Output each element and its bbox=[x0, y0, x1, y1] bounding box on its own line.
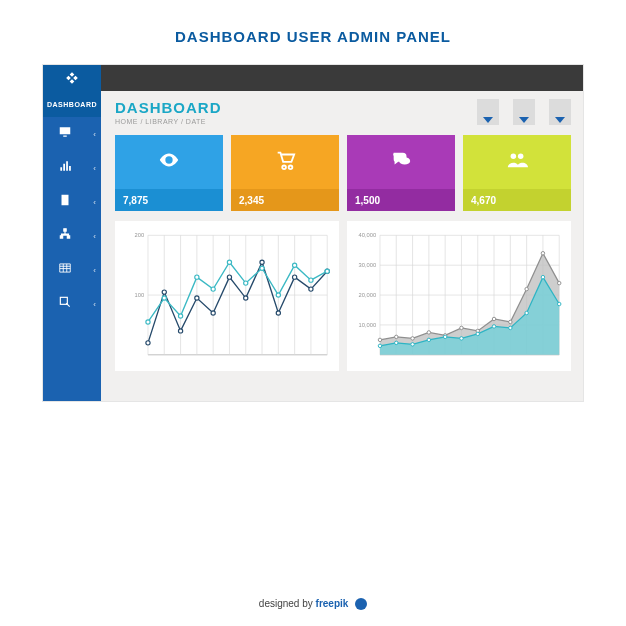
svg-point-35 bbox=[162, 296, 166, 300]
header-dropdowns bbox=[477, 99, 571, 125]
monitor-icon bbox=[57, 125, 73, 143]
stat-card-orders[interactable]: 2,345 bbox=[231, 135, 339, 211]
svg-point-3 bbox=[511, 154, 516, 160]
svg-point-32 bbox=[309, 287, 313, 291]
svg-text:40,000: 40,000 bbox=[358, 232, 376, 238]
topbar-space bbox=[101, 65, 583, 91]
svg-point-83 bbox=[443, 335, 446, 338]
stat-card-views[interactable]: 7,875 bbox=[115, 135, 223, 211]
svg-point-40 bbox=[244, 281, 248, 285]
freepik-logo-icon bbox=[355, 598, 367, 610]
credit-line: designed by freepik bbox=[0, 598, 626, 610]
svg-point-87 bbox=[509, 326, 512, 329]
svg-point-78 bbox=[557, 281, 560, 284]
chevron-left-icon: ‹ bbox=[93, 232, 96, 241]
svg-text:10,000: 10,000 bbox=[358, 322, 376, 328]
svg-point-75 bbox=[509, 320, 512, 323]
stat-card-users[interactable]: 4,670 bbox=[463, 135, 571, 211]
stat-value: 2,345 bbox=[231, 189, 339, 211]
sidebar: DASHBOARD ‹ ‹ ‹ ‹ ‹ bbox=[43, 91, 101, 401]
svg-point-31 bbox=[293, 275, 297, 279]
svg-point-68 bbox=[395, 335, 398, 338]
svg-point-67 bbox=[378, 338, 381, 341]
svg-point-69 bbox=[411, 337, 414, 340]
eye-icon bbox=[156, 149, 182, 175]
svg-point-22 bbox=[146, 341, 150, 345]
chevron-down-icon bbox=[555, 117, 565, 123]
sidebar-item-grid[interactable]: ‹ bbox=[43, 253, 101, 287]
svg-point-42 bbox=[276, 293, 280, 297]
svg-point-41 bbox=[260, 266, 264, 270]
svg-point-76 bbox=[525, 287, 528, 290]
area-chart: 40,00030,00020,00010,000 bbox=[353, 229, 565, 365]
svg-point-45 bbox=[325, 269, 329, 273]
svg-point-90 bbox=[557, 302, 560, 305]
app-logo[interactable] bbox=[43, 65, 101, 91]
chat-icon bbox=[388, 149, 414, 175]
svg-point-82 bbox=[427, 338, 430, 341]
cart-icon bbox=[272, 149, 298, 175]
search-icon bbox=[57, 295, 73, 313]
app-window: DASHBOARD ‹ ‹ ‹ ‹ ‹ bbox=[43, 65, 583, 401]
svg-point-74 bbox=[492, 317, 495, 320]
svg-point-77 bbox=[541, 252, 544, 255]
svg-point-44 bbox=[309, 278, 313, 282]
sidebar-item-search[interactable]: ‹ bbox=[43, 287, 101, 321]
bars-icon bbox=[57, 159, 73, 177]
sidebar-item-dashboard[interactable]: DASHBOARD bbox=[43, 91, 101, 117]
svg-point-26 bbox=[211, 311, 215, 315]
stat-cards: 7,875 2,345 1,500 4,670 bbox=[115, 135, 571, 211]
svg-point-88 bbox=[525, 311, 528, 314]
svg-point-43 bbox=[293, 263, 297, 267]
stat-card-messages[interactable]: 1,500 bbox=[347, 135, 455, 211]
grid-icon bbox=[57, 261, 73, 279]
svg-point-30 bbox=[276, 311, 280, 315]
svg-text:200: 200 bbox=[135, 232, 145, 238]
svg-point-28 bbox=[244, 296, 248, 300]
svg-point-38 bbox=[211, 287, 215, 291]
svg-text:20,000: 20,000 bbox=[358, 292, 376, 298]
svg-point-27 bbox=[227, 275, 231, 279]
svg-point-89 bbox=[541, 275, 544, 278]
sidebar-item-stats[interactable]: ‹ bbox=[43, 151, 101, 185]
content-title: DASHBOARD bbox=[115, 99, 222, 116]
header-dropdown-2[interactable] bbox=[513, 99, 535, 125]
svg-point-34 bbox=[146, 320, 150, 324]
svg-point-25 bbox=[195, 296, 199, 300]
page-icon bbox=[57, 193, 73, 211]
svg-point-81 bbox=[411, 343, 414, 346]
svg-point-29 bbox=[260, 260, 264, 264]
line-chart-panel: 200100 bbox=[115, 221, 339, 371]
line-chart: 200100 bbox=[121, 229, 333, 365]
svg-point-2 bbox=[399, 157, 410, 164]
page-title: DASHBOARD USER ADMIN PANEL bbox=[0, 0, 626, 65]
svg-point-39 bbox=[227, 260, 231, 264]
header-dropdown-3[interactable] bbox=[549, 99, 571, 125]
svg-point-24 bbox=[178, 329, 182, 333]
chevron-down-icon bbox=[519, 117, 529, 123]
sidebar-item-monitor[interactable]: ‹ bbox=[43, 117, 101, 151]
topbar bbox=[43, 65, 583, 91]
svg-point-79 bbox=[378, 344, 381, 347]
svg-point-80 bbox=[395, 341, 398, 344]
chevron-down-icon bbox=[483, 117, 493, 123]
svg-point-23 bbox=[162, 290, 166, 294]
diamond-icon bbox=[65, 71, 79, 85]
svg-point-84 bbox=[460, 337, 463, 340]
svg-point-37 bbox=[195, 275, 199, 279]
chevron-left-icon: ‹ bbox=[93, 266, 96, 275]
sidebar-item-page[interactable]: ‹ bbox=[43, 185, 101, 219]
stat-value: 7,875 bbox=[115, 189, 223, 211]
svg-point-4 bbox=[518, 154, 524, 160]
chevron-left-icon: ‹ bbox=[93, 130, 96, 139]
header-dropdown-1[interactable] bbox=[477, 99, 499, 125]
stat-value: 4,670 bbox=[463, 189, 571, 211]
sidebar-item-sitemap[interactable]: ‹ bbox=[43, 219, 101, 253]
stat-value: 1,500 bbox=[347, 189, 455, 211]
svg-point-36 bbox=[178, 314, 182, 318]
area-chart-panel: 40,00030,00020,00010,000 bbox=[347, 221, 571, 371]
chevron-left-icon: ‹ bbox=[93, 198, 96, 207]
svg-point-85 bbox=[476, 332, 479, 335]
users-icon bbox=[504, 149, 530, 175]
svg-point-86 bbox=[492, 325, 495, 328]
